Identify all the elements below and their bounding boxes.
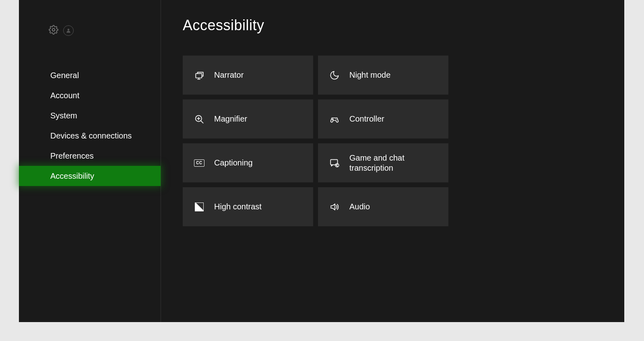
page-title: Accessibility (183, 17, 603, 34)
tile-label: Audio (349, 202, 377, 212)
profile-avatar-icon[interactable] (63, 25, 74, 36)
sidebar-item-label: Preferences (50, 151, 94, 161)
tile-audio[interactable]: Audio (318, 187, 448, 226)
tile-narrator[interactable]: Narrator (183, 56, 313, 95)
tile-label: Night mode (349, 70, 398, 80)
sidebar-item-system[interactable]: System (19, 105, 161, 126)
accessibility-tile-grid: Narrator Night mode (183, 56, 603, 226)
sidebar-item-account[interactable]: Account (19, 85, 161, 105)
tile-label: Captioning (214, 158, 260, 168)
svg-point-12 (336, 119, 337, 120)
night-mode-icon (328, 69, 341, 81)
tile-label: Game and chat transcription (349, 153, 448, 173)
sidebar-item-preferences[interactable]: Preferences (19, 146, 161, 166)
content-area: Accessibility Narrator (161, 0, 624, 322)
tile-game-chat-transcription[interactable]: Game and chat transcription (318, 143, 448, 182)
tile-night-mode[interactable]: Night mode (318, 56, 448, 95)
sidebar-nav-list: General Account System Devices & connect… (19, 65, 161, 186)
gear-icon[interactable] (49, 25, 58, 36)
sidebar-item-label: Devices & connections (50, 131, 132, 141)
sidebar-item-label: Accessibility (50, 172, 94, 181)
sidebar-item-devices-connections[interactable]: Devices & connections (19, 126, 161, 146)
controller-icon (328, 113, 341, 125)
sidebar-item-general[interactable]: General (19, 65, 161, 85)
svg-rect-2 (196, 73, 202, 78)
sidebar-item-label: Account (50, 91, 79, 100)
tile-label: High contrast (214, 202, 269, 212)
settings-sidebar: General Account System Devices & connect… (19, 0, 161, 322)
tile-label: Magnifier (214, 114, 254, 124)
svg-line-8 (201, 120, 203, 123)
transcription-icon (328, 157, 341, 169)
settings-app-shell: General Account System Devices & connect… (19, 0, 624, 322)
svg-point-0 (52, 29, 55, 31)
high-contrast-icon (193, 201, 205, 213)
tile-captioning[interactable]: CC Captioning (183, 143, 313, 182)
sidebar-item-accessibility[interactable]: Accessibility (19, 166, 161, 186)
tile-controller[interactable]: Controller (318, 99, 448, 138)
captioning-icon: CC (193, 157, 205, 169)
magnifier-icon (193, 113, 205, 125)
narrator-icon (193, 69, 205, 81)
cc-badge: CC (194, 159, 204, 167)
svg-point-11 (335, 118, 336, 119)
sidebar-item-label: System (50, 111, 77, 120)
tile-label: Narrator (214, 70, 251, 80)
tile-label: Controller (349, 114, 392, 124)
audio-icon (328, 201, 341, 213)
sidebar-header (19, 25, 161, 36)
svg-rect-13 (330, 159, 337, 165)
sidebar-item-label: General (50, 71, 79, 80)
svg-point-1 (68, 29, 70, 31)
tile-high-contrast[interactable]: High contrast (183, 187, 313, 226)
tile-magnifier[interactable]: Magnifier (183, 99, 313, 138)
